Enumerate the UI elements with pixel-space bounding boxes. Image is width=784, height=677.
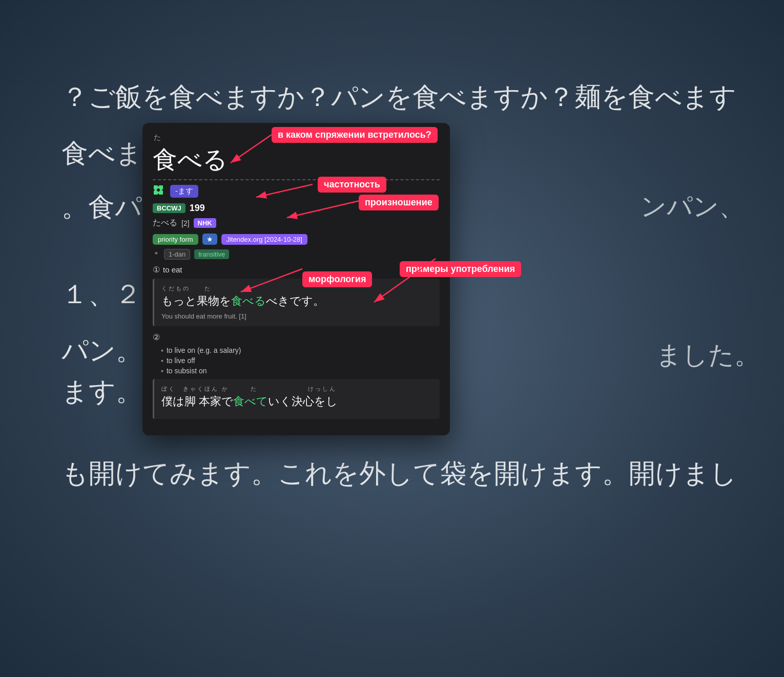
example-block-2: ぼく きゃくほん か た けっしん 僕は脚 本家で食べていく決心をし [153, 379, 440, 419]
nhk-badge: NHK [194, 218, 216, 228]
svg-point-6 [160, 189, 162, 191]
example1-en: You should eat more fruit. [1] [161, 312, 432, 320]
reading-text: たべる [153, 218, 177, 228]
pronunciation-arrow [251, 189, 379, 225]
example2-jp: 僕は脚 本家で食べていく決心をし [161, 394, 432, 410]
conjugation-arrow [195, 127, 297, 178]
svg-rect-2 [154, 191, 158, 195]
jitendex-badge: Jitendex.org [2024-10-28] [221, 234, 307, 245]
example2-jp-highlight: 食べて [233, 395, 268, 408]
svg-point-4 [157, 188, 160, 192]
asterisk: ＊ [153, 250, 160, 259]
star-badge: ★ [202, 234, 217, 245]
dan-badge: 1-dan [164, 249, 190, 260]
bg-text-top: ？ご飯を食べますか？パンを食べますか？麺を食べます [61, 79, 736, 115]
example2-jp-pre: 僕は脚 本家で [161, 395, 233, 408]
bg-text-right1: ンパン、 [641, 189, 745, 224]
svg-rect-0 [154, 185, 158, 189]
def2-number: ② [153, 332, 440, 342]
svg-rect-1 [159, 185, 163, 189]
freq-number: 199 [190, 203, 205, 214]
svg-point-5 [155, 189, 157, 191]
svg-point-8 [157, 192, 159, 194]
priority-badge: priority form [153, 234, 198, 245]
transitive-badge: transitive [194, 249, 229, 259]
svg-point-7 [157, 186, 159, 188]
def2-item-2: ▪ to live off [161, 356, 440, 365]
def2-list: ▪ to live on (e.g. a salary) ▪ to live o… [161, 346, 440, 375]
tags-row: priority form ★ Jitendex.org [2024-10-28… [153, 234, 440, 245]
def1-meaning: to eat [163, 265, 182, 274]
morphology-arrow [210, 261, 323, 297]
bg-text-bottom: も開けてみます。これを外して袋を開けます。開けまし [61, 456, 737, 492]
definition-2: ② ▪ to live on (e.g. a salary) ▪ to live… [153, 332, 440, 419]
puzzle-icon [153, 184, 166, 198]
example2-furigana: ぼく きゃくほん か た けっしん [161, 385, 432, 393]
bg-text-mid5: ます。 [61, 374, 142, 410]
reading-accent: [2] [181, 219, 190, 227]
svg-rect-3 [159, 191, 163, 195]
masu-badge: -ます [170, 185, 198, 198]
bccwj-badge: BCCWJ [153, 203, 185, 213]
examples-arrow [333, 251, 461, 312]
def2-item-3: ▪ to subsist on [161, 367, 440, 375]
example2-jp-post: いく決心をし [268, 395, 338, 408]
def2-item-1: ▪ to live on (e.g. a salary) [161, 346, 440, 354]
bg-text-right2: ました。 [656, 338, 760, 372]
